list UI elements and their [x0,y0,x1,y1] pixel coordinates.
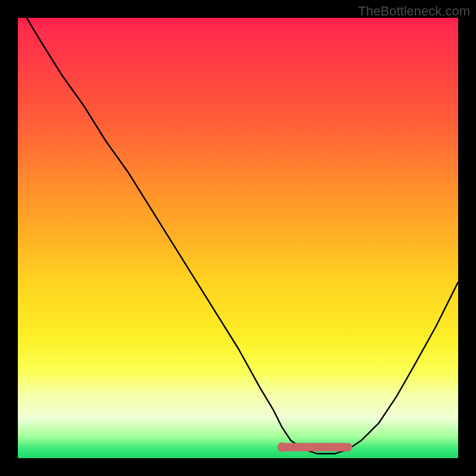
chart-svg [18,18,458,458]
chart-plot-area [18,18,458,458]
optimal-range-marker-dot [277,443,287,452]
bottleneck-curve-line [27,18,458,454]
watermark-text: TheBottleneck.com [358,4,470,19]
